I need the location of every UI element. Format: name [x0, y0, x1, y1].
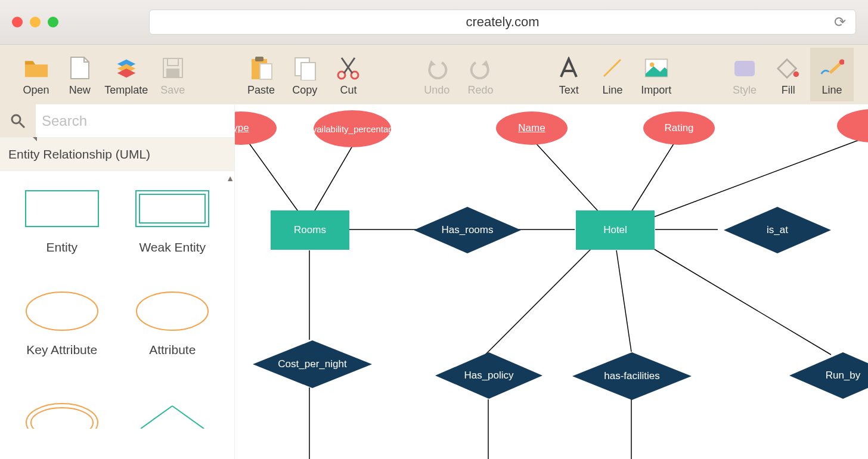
redo-icon [468, 55, 493, 80]
template-button[interactable]: Template [101, 48, 151, 101]
attr-label: Availability_percentage [306, 124, 398, 134]
open-button[interactable]: Open [14, 48, 58, 101]
svg-rect-18 [26, 191, 98, 227]
shape-partial-1[interactable] [10, 393, 114, 435]
svg-line-10 [604, 60, 621, 76]
rel-has-rooms[interactable]: Has_rooms [414, 207, 521, 253]
line-style-button[interactable]: Line [810, 48, 854, 101]
shapeset-title: Entity Relationship (UML) [8, 147, 150, 162]
paste-button[interactable]: Paste [239, 48, 283, 101]
shapeset-header[interactable]: Entity Relationship (UML) [0, 138, 234, 171]
shape-key-attribute[interactable]: Key Attribute [10, 290, 114, 357]
attr-type[interactable]: ype [235, 111, 277, 145]
attr-name[interactable]: Name [496, 111, 568, 145]
style-label: Style [733, 84, 757, 97]
address-bar[interactable]: creately.com ⟳ [149, 10, 856, 35]
new-file-icon [67, 55, 92, 80]
svg-rect-7 [301, 63, 315, 80]
rel-has-facilities[interactable]: has-facilities [572, 352, 692, 400]
svg-rect-1 [168, 58, 178, 66]
fill-button[interactable]: Fill [767, 48, 810, 101]
weak-entity-shape-icon [134, 188, 211, 230]
shape-label: Attribute [149, 343, 196, 357]
save-button[interactable]: Save [151, 48, 194, 101]
rel-label: Has_policy [464, 370, 513, 382]
attr-availability[interactable]: Availability_percentage [314, 110, 391, 147]
text-label: Text [559, 84, 579, 97]
svg-line-33 [652, 137, 867, 218]
paste-icon [249, 55, 274, 80]
rel-has-policy[interactable]: Has_policy [435, 352, 542, 399]
rel-label: Has_rooms [442, 224, 494, 236]
redo-button[interactable]: Redo [458, 48, 502, 101]
shape-weak-entity[interactable]: Weak Entity [120, 188, 225, 255]
svg-point-22 [137, 292, 208, 330]
attr-label: ype [235, 122, 249, 134]
svg-rect-19 [136, 191, 209, 227]
rel-cost-per-night[interactable]: Cost_per_night [253, 340, 372, 388]
attr-st[interactable]: St [837, 109, 868, 142]
attr-label: Name [518, 122, 545, 134]
shape-grid: ▲ Entity Weak Entity Key Attribute [0, 171, 234, 435]
undo-label: Undo [424, 84, 450, 97]
undo-icon [424, 55, 450, 80]
cut-button[interactable]: Cut [327, 48, 370, 101]
save-label: Save [160, 84, 185, 97]
attr-rating[interactable]: Rating [643, 111, 715, 145]
entity-label: Rooms [294, 224, 326, 236]
shape-entity[interactable]: Entity [10, 188, 114, 255]
svg-point-14 [793, 72, 799, 77]
svg-line-31 [631, 140, 676, 212]
rel-is-at[interactable]: is_at [724, 207, 831, 253]
diagram-canvas[interactable]: ype Availability_percentage Name Rating … [235, 104, 868, 459]
canvas-edges [235, 104, 868, 459]
svg-line-34 [485, 247, 593, 355]
workspace: Entity Relationship (UML) ▲ Entity Weak … [0, 104, 868, 459]
entity-shape-icon [23, 188, 101, 230]
search-row [0, 104, 234, 138]
partial-shape-icon [134, 393, 211, 435]
svg-line-25 [247, 140, 300, 215]
cut-label: Cut [340, 84, 356, 97]
style-button[interactable]: Style [723, 48, 766, 101]
search-input[interactable] [36, 113, 234, 129]
copy-button[interactable]: Copy [283, 48, 327, 101]
style-icon [732, 55, 757, 80]
scroll-up-arrow[interactable]: ▲ [226, 173, 234, 183]
svg-point-24 [31, 408, 93, 429]
rel-label: is_at [767, 224, 788, 236]
svg-line-17 [20, 123, 24, 128]
window-controls [12, 17, 58, 27]
main-toolbar: Open New Template Save Paste Copy C [0, 45, 868, 104]
fill-icon [776, 55, 801, 80]
shapes-sidebar: Entity Relationship (UML) ▲ Entity Weak … [0, 104, 235, 459]
key-attribute-shape-icon [23, 290, 101, 332]
svg-point-12 [650, 63, 654, 67]
shape-partial-2[interactable] [120, 393, 225, 435]
rel-run-by[interactable]: Run_by [789, 352, 868, 399]
svg-rect-20 [140, 194, 205, 223]
shape-attribute[interactable]: Attribute [120, 290, 225, 357]
svg-rect-4 [255, 57, 264, 61]
rel-label: has-facilities [604, 370, 660, 382]
import-button[interactable]: Import [634, 48, 678, 101]
shape-label: Key Attribute [26, 343, 97, 357]
entity-rooms[interactable]: Rooms [271, 210, 349, 250]
refresh-icon[interactable]: ⟳ [834, 14, 846, 30]
line-style-label: Line [822, 84, 842, 97]
paste-label: Paste [247, 84, 275, 97]
entity-hotel[interactable]: Hotel [576, 210, 655, 250]
maximize-window-button[interactable] [48, 17, 58, 27]
import-icon [644, 55, 669, 80]
new-button[interactable]: New [58, 48, 101, 101]
line-tool-button[interactable]: Line [591, 48, 634, 101]
rel-label: Run_by [826, 370, 861, 382]
cut-icon [336, 55, 361, 80]
search-icon-box[interactable] [0, 104, 36, 137]
undo-button[interactable]: Undo [415, 48, 458, 101]
close-window-button[interactable] [12, 17, 23, 27]
text-tool-button[interactable]: Text [547, 48, 591, 101]
save-icon [160, 55, 185, 80]
svg-rect-2 [166, 69, 179, 77]
minimize-window-button[interactable] [30, 17, 41, 27]
